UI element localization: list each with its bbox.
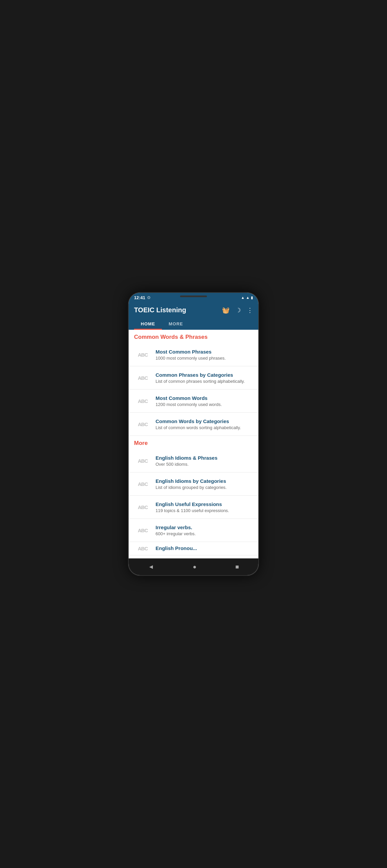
- overflow-menu-icon[interactable]: ⋮: [247, 307, 253, 314]
- item-subtitle-most-common-phrases: 1000 most commonly used phrases.: [155, 355, 253, 361]
- status-bar: 12:41 ⊙ ▲ ▲ ▮: [129, 293, 258, 302]
- item-subtitle-common-phrases-categories: List of common phrases sorting alphabeti…: [155, 379, 253, 384]
- item-title-english-idioms-categories: English Idioms by Categories: [155, 478, 253, 484]
- abc-icon-4: ABC: [134, 417, 151, 431]
- status-left: 12:41 ⊙: [134, 295, 150, 300]
- app-bar: TOEIC Listening 🧺 ☽ ⋮ HOME MORE: [129, 302, 258, 330]
- item-title-common-words-categories: Common Words by Categories: [155, 418, 253, 424]
- abc-icon-9: ABC: [134, 542, 151, 555]
- item-text-6: English Idioms by Categories List of idi…: [155, 478, 253, 490]
- list-item-english-idioms-phrases[interactable]: ABC English Idioms & Phrases Over 500 id…: [129, 449, 258, 472]
- basket-icon[interactable]: 🧺: [222, 307, 230, 314]
- app-bar-icons: 🧺 ☽ ⋮: [222, 307, 253, 314]
- list-item-irregular-verbs[interactable]: ABC Irregular verbs. 600+ irregular verb…: [129, 519, 258, 542]
- abc-icon-8: ABC: [134, 524, 151, 537]
- phone-frame: 12:41 ⊙ ▲ ▲ ▮ TOEIC Listening 🧺 ☽ ⋮: [128, 292, 259, 576]
- item-text-7: English Useful Expressions 119 topics & …: [155, 501, 253, 513]
- item-subtitle-common-words-categories: List of common words sorting alphabetica…: [155, 425, 253, 430]
- abc-icon-5: ABC: [134, 454, 151, 467]
- app-bar-top: TOEIC Listening 🧺 ☽ ⋮: [134, 306, 253, 314]
- nav-recents-button[interactable]: ■: [229, 561, 245, 573]
- list-item-most-common-words[interactable]: ABC Most Common Words 1200 most commonly…: [129, 390, 258, 413]
- content-area: Common Words & Phrases ABC Most Common P…: [129, 330, 258, 558]
- abc-icon-6: ABC: [134, 477, 151, 491]
- abc-icon-1: ABC: [134, 348, 151, 361]
- item-title-most-common-words: Most Common Words: [155, 395, 253, 401]
- item-title-irregular-verbs: Irregular verbs.: [155, 525, 253, 530]
- item-text-2: Common Phrases by Categories List of com…: [155, 372, 253, 384]
- item-subtitle-irregular-verbs: 600+ irregular verbs.: [155, 531, 253, 536]
- list-item-common-words-categories[interactable]: ABC Common Words by Categories List of c…: [129, 413, 258, 436]
- tab-more[interactable]: MORE: [162, 318, 190, 330]
- abc-icon-2: ABC: [134, 371, 151, 384]
- abc-icon-3: ABC: [134, 394, 151, 408]
- app-title: TOEIC Listening: [134, 306, 186, 314]
- item-subtitle-english-idioms-phrases: Over 500 idioms.: [155, 462, 253, 467]
- item-text-4: Common Words by Categories List of commo…: [155, 418, 253, 430]
- tab-home[interactable]: HOME: [134, 318, 162, 330]
- list-item-most-common-phrases[interactable]: ABC Most Common Phrases 1000 most common…: [129, 343, 258, 366]
- nav-back-button[interactable]: ◄: [142, 561, 161, 573]
- item-text-8: Irregular verbs. 600+ irregular verbs.: [155, 525, 253, 536]
- item-title-english-pronoun-partial: English Pronou...: [155, 545, 253, 551]
- bottom-nav: ◄ ● ■: [129, 558, 258, 575]
- list-item-english-useful-expressions[interactable]: ABC English Useful Expressions 119 topic…: [129, 496, 258, 519]
- nav-home-button[interactable]: ●: [186, 561, 203, 573]
- section-header-more: More: [129, 436, 258, 449]
- item-title-common-phrases-categories: Common Phrases by Categories: [155, 372, 253, 378]
- item-text-5: English Idioms & Phrases Over 500 idioms…: [155, 455, 253, 467]
- item-title-english-idioms-phrases: English Idioms & Phrases: [155, 455, 253, 461]
- tabs: HOME MORE: [134, 318, 253, 330]
- item-subtitle-english-useful-expressions: 119 topics & 1100 useful expressions.: [155, 508, 253, 513]
- item-title-most-common-phrases: Most Common Phrases: [155, 349, 253, 354]
- item-text-1: Most Common Phrases 1000 most commonly u…: [155, 349, 253, 361]
- list-item-english-idioms-categories[interactable]: ABC English Idioms by Categories List of…: [129, 472, 258, 496]
- section-header-common-words: Common Words & Phrases: [129, 330, 258, 343]
- phone-inner: 12:41 ⊙ ▲ ▲ ▮ TOEIC Listening 🧺 ☽ ⋮: [129, 293, 258, 575]
- item-subtitle-most-common-words: 1200 most commonly used words.: [155, 402, 253, 407]
- notch: [180, 296, 207, 297]
- media-icon: ⊙: [147, 295, 150, 300]
- moon-icon[interactable]: ☽: [236, 307, 241, 314]
- wifi-icon: ▲: [241, 296, 244, 300]
- status-time: 12:41: [134, 295, 145, 300]
- item-subtitle-english-idioms-categories: List of idioms grouped by categories.: [155, 485, 253, 490]
- battery-icon: ▮: [251, 296, 253, 300]
- signal-icon: ▲: [246, 296, 249, 300]
- status-right: ▲ ▲ ▮: [241, 296, 253, 300]
- item-title-english-useful-expressions: English Useful Expressions: [155, 501, 253, 507]
- abc-icon-7: ABC: [134, 500, 151, 514]
- list-item-common-phrases-categories[interactable]: ABC Common Phrases by Categories List of…: [129, 366, 258, 390]
- list-item-english-pronoun-partial[interactable]: ABC English Pronou...: [129, 542, 258, 555]
- item-text-9: English Pronou...: [155, 545, 253, 552]
- item-text-3: Most Common Words 1200 most commonly use…: [155, 395, 253, 407]
